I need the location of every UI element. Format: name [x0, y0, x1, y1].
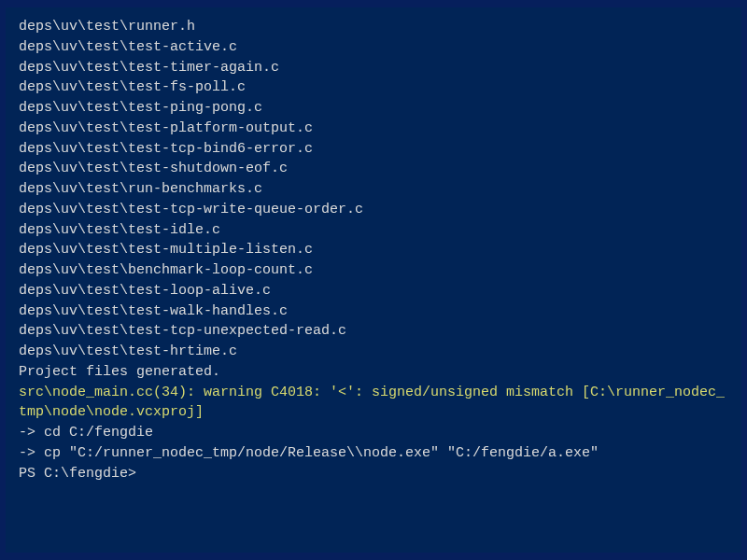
output-line: deps\uv\test\test-tcp-write-queue-order.… [19, 200, 728, 220]
output-line: deps\uv\test\test-loop-alive.c [19, 281, 728, 301]
output-line: deps\uv\test\test-tcp-unexpected-read.c [19, 321, 728, 342]
output-line: deps\uv\test\test-tcp-bind6-error.c [19, 139, 728, 160]
output-line: deps\uv\test\test-shutdown-eof.c [19, 159, 728, 179]
output-line: deps\uv\test\run-benchmarks.c [19, 179, 728, 200]
output-line: deps\uv\test\test-multiple-listen.c [19, 240, 728, 260]
prompt-text: PS C:\fengdie> [19, 466, 145, 482]
output-line: deps\uv\test\test-fs-poll.c [19, 77, 728, 98]
output-line: deps\uv\test\test-platform-output.c [19, 119, 728, 139]
output-line: deps\uv\test\test-idle.c [19, 220, 728, 241]
output-line: deps\uv\test\benchmark-loop-count.c [19, 260, 728, 281]
output-line: deps\uv\test\test-walk-handles.c [19, 301, 728, 322]
output-line: Project files generated. [19, 362, 728, 383]
output-lines: deps\uv\test\runner.hdeps\uv\test\test-a… [19, 17, 728, 464]
output-line: -> cp "C:/runner_nodec_tmp/node/Release\… [19, 443, 728, 464]
output-line: deps\uv\test\runner.h [19, 17, 728, 37]
cursor [145, 466, 153, 482]
prompt-line[interactable]: PS C:\fengdie> [19, 464, 728, 484]
output-line: src\node_main.cc(34): warning C4018: '<'… [19, 383, 728, 424]
output-line: deps\uv\test\test-ping-pong.c [19, 98, 728, 119]
terminal-viewport[interactable]: deps\uv\test\runner.hdeps\uv\test\test-a… [6, 7, 741, 553]
output-line: -> cd C:/fengdie [19, 423, 728, 443]
output-line: deps\uv\test\test-active.c [19, 37, 728, 58]
output-line: deps\uv\test\test-timer-again.c [19, 58, 728, 78]
output-line: deps\uv\test\test-hrtime.c [19, 342, 728, 362]
